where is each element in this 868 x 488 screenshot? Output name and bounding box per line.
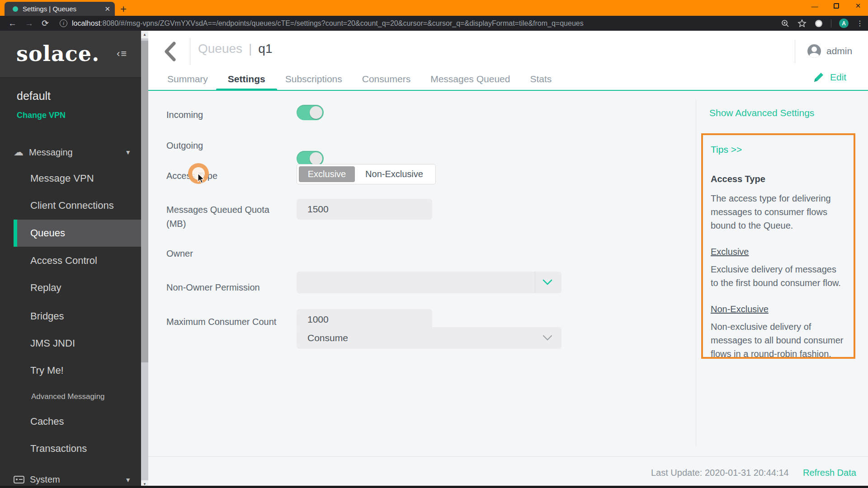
incoming-label: Incoming bbox=[166, 108, 282, 122]
urlbar-actions: A ⋮ bbox=[781, 16, 863, 31]
footer-divider bbox=[148, 456, 868, 457]
max-consumer-count-label: Maximum Consumer Count bbox=[166, 315, 282, 329]
access-type-exclusive-option[interactable]: Exclusive bbox=[299, 166, 355, 182]
edit-button[interactable]: Edit bbox=[813, 71, 846, 83]
restore-icon[interactable] bbox=[834, 3, 839, 9]
tab-summary[interactable]: Summary bbox=[166, 67, 209, 90]
url-host: localhost bbox=[72, 19, 100, 27]
browser-urlbar: ← → ⟳ i localhost:8080/#/msg-vpns/ZGVmYX… bbox=[0, 16, 868, 31]
back-icon[interactable]: ← bbox=[8, 19, 17, 28]
tab-close-icon[interactable]: ✕ bbox=[104, 5, 110, 13]
access-type-segmented-control: Exclusive Non-Exclusive bbox=[297, 164, 436, 184]
zoom-icon[interactable] bbox=[781, 19, 790, 28]
toggle-knob bbox=[310, 106, 322, 119]
reload-icon[interactable]: ⟳ bbox=[42, 18, 49, 28]
page-title: q1 bbox=[258, 42, 272, 56]
non-owner-permission-dropdown[interactable]: Consume bbox=[297, 327, 561, 349]
tips-desc-exclusive: Exclusive delivery of messages to the fi… bbox=[711, 263, 846, 290]
vpn-name: default bbox=[17, 89, 51, 103]
sidebar-scrollbar-thumb[interactable] bbox=[141, 41, 148, 362]
sidebar-section-label: System bbox=[30, 474, 60, 485]
user-name: admin bbox=[826, 46, 852, 56]
sidebar-item-message-vpn[interactable]: Message VPN bbox=[0, 165, 141, 192]
content-divider bbox=[696, 100, 696, 447]
sidebar-item-caches[interactable]: Caches bbox=[0, 408, 141, 435]
forward-icon[interactable]: → bbox=[25, 19, 33, 28]
sidebar-item-try-me[interactable]: Try Me! bbox=[0, 357, 141, 384]
tips-term-exclusive: Exclusive bbox=[711, 247, 846, 257]
chevron-down-icon: ▼ bbox=[125, 476, 131, 483]
toggle-knob bbox=[310, 152, 322, 165]
browser-titlebar bbox=[0, 0, 868, 16]
window-bottom-edge bbox=[0, 486, 868, 488]
show-advanced-settings-link[interactable]: Show Advanced Settings bbox=[709, 108, 814, 118]
back-chevron-button[interactable] bbox=[164, 42, 176, 61]
edit-label: Edit bbox=[830, 72, 846, 83]
max-consumer-count-input[interactable]: 1000 bbox=[297, 309, 432, 330]
app-window: Settings | Queues ✕ + — ✕ ← → ⟳ i localh… bbox=[0, 0, 868, 488]
non-owner-permission-value: Consume bbox=[307, 333, 348, 343]
tab-stats[interactable]: Stats bbox=[529, 67, 552, 90]
change-vpn-link[interactable]: Change VPN bbox=[17, 111, 66, 120]
dropdown-divider bbox=[535, 272, 535, 293]
sidebar-item-queues[interactable]: Queues bbox=[14, 220, 141, 247]
tab-subscriptions[interactable]: Subscriptions bbox=[284, 67, 343, 90]
system-icon bbox=[14, 476, 24, 483]
browser-menu-icon[interactable]: ⋮ bbox=[856, 19, 863, 28]
sidebar-item-bridges[interactable]: Bridges bbox=[0, 303, 141, 330]
non-owner-permission-label: Non-Owner Permission bbox=[166, 281, 282, 295]
sidebar-section-label: Messaging bbox=[29, 147, 73, 158]
chevron-down-icon bbox=[542, 335, 552, 341]
minimize-icon[interactable]: — bbox=[811, 2, 818, 10]
tab-title: Settings | Queues bbox=[23, 5, 101, 13]
sidebar-item-transactions[interactable]: Transactions bbox=[0, 435, 141, 462]
refresh-data-link[interactable]: Refresh Data bbox=[803, 468, 856, 478]
breadcrumb-divider: | bbox=[249, 42, 252, 56]
browser-tab[interactable]: Settings | Queues ✕ bbox=[5, 2, 115, 16]
header-divider bbox=[190, 38, 190, 65]
sidebar-item-jms-jndi[interactable]: JMS JNDI bbox=[0, 330, 141, 357]
breadcrumb-parent[interactable]: Queues bbox=[198, 42, 242, 56]
new-tab-button[interactable]: + bbox=[120, 4, 127, 14]
extension-icon[interactable] bbox=[814, 19, 823, 28]
user-menu[interactable]: admin bbox=[807, 44, 852, 58]
owner-dropdown[interactable] bbox=[297, 272, 561, 293]
browser-profile-avatar[interactable]: A bbox=[839, 19, 849, 28]
sidebar-item-replay[interactable]: Replay bbox=[0, 274, 141, 301]
user-avatar-icon bbox=[807, 44, 821, 58]
last-update-text: Last Update: 2020-01-31 20:44:14 bbox=[651, 468, 789, 478]
sidebar-collapse-icon[interactable]: ‹≡ bbox=[117, 48, 127, 60]
close-icon[interactable]: ✕ bbox=[854, 2, 862, 10]
owner-label: Owner bbox=[166, 247, 282, 261]
mouse-cursor-icon bbox=[196, 173, 206, 184]
outgoing-label: Outgoing bbox=[166, 139, 282, 153]
tips-link[interactable]: Tips >> bbox=[711, 144, 846, 155]
sidebar-item-client-connections[interactable]: Client Connections bbox=[0, 192, 141, 219]
access-type-label: Access Type bbox=[166, 169, 282, 183]
tips-body: The access type for delivering messages … bbox=[711, 192, 846, 232]
breadcrumb: Queues | q1 bbox=[198, 42, 273, 56]
window-controls: — ✕ bbox=[811, 2, 862, 10]
quota-label: Messages Queued Quota (MB) bbox=[166, 203, 282, 231]
quota-input[interactable]: 1500 bbox=[297, 199, 432, 220]
chevron-down-icon: ▼ bbox=[125, 149, 131, 156]
pencil-icon bbox=[813, 71, 825, 83]
tips-panel: Tips >> Access Type The access type for … bbox=[701, 133, 855, 359]
tab-settings[interactable]: Settings bbox=[227, 67, 266, 90]
solace-logo: solace. bbox=[16, 42, 99, 66]
sidebar-item-access-control[interactable]: Access Control bbox=[0, 247, 141, 274]
urlbar-divider bbox=[831, 19, 831, 28]
tab-messages-queued[interactable]: Messages Queued bbox=[429, 67, 511, 90]
tab-bar: Summary Settings Subscriptions Consumers… bbox=[148, 68, 868, 91]
sidebar-item-advanced-messaging[interactable]: Advanced Messaging bbox=[0, 388, 141, 406]
bookmark-star-icon[interactable] bbox=[797, 19, 807, 28]
page-info-icon[interactable]: i bbox=[60, 19, 67, 27]
scroll-up-icon[interactable]: ▲ bbox=[141, 31, 148, 38]
address-field[interactable]: localhost:8080/#/msg-vpns/ZGVmYXVsdA==/e… bbox=[72, 19, 741, 28]
tips-desc-non-exclusive: Non-exclusive delivery of messages to al… bbox=[711, 320, 846, 361]
url-path: :8080/#/msg-vpns/ZGVmYXVsdA==/endpoints/… bbox=[100, 19, 584, 27]
incoming-toggle[interactable] bbox=[297, 105, 324, 120]
sidebar-section-messaging[interactable]: ☁ Messaging ▼ bbox=[0, 144, 141, 161]
access-type-non-exclusive-option[interactable]: Non-Exclusive bbox=[355, 166, 434, 182]
tab-consumers[interactable]: Consumers bbox=[361, 67, 411, 90]
